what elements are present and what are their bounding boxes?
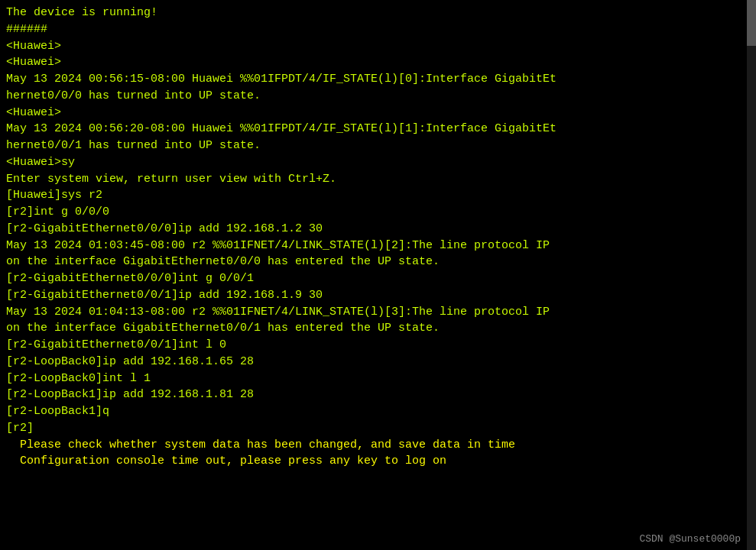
scrollbar-thumb[interactable] xyxy=(747,0,756,46)
watermark: CSDN @Sunset0000p xyxy=(639,532,741,547)
line-30: Configuration console time out, please p… xyxy=(6,453,741,470)
line-4: <Huawei> xyxy=(6,54,741,71)
line-9: hernet0/0/1 has turned into UP state. xyxy=(6,138,741,154)
line-28: Please check whether system data has bee… xyxy=(6,437,741,454)
scrollbar[interactable] xyxy=(747,0,756,550)
line-2: ###### xyxy=(6,21,741,38)
terminal-content: The device is running!######<Huawei><Hua… xyxy=(0,0,747,550)
line-5: May 13 2024 00:56:15-08:00 Huawei %%01IF… xyxy=(6,71,741,88)
line-26: [r2] xyxy=(6,420,741,437)
line-13: [r2]int g 0/0/0 xyxy=(6,204,741,221)
line-14: [r2-GigabitEthernet0/0/0]ip add 192.168.… xyxy=(6,221,741,238)
line-17: [r2-GigabitEthernet0/0/0]int g 0/0/1 xyxy=(6,270,741,287)
line-25: [r2-LoopBack1]q xyxy=(6,403,741,420)
line-11: Enter system view, return user view with… xyxy=(6,171,741,188)
line-12: [Huawei]sys r2 xyxy=(6,187,741,204)
line-10: <Huawei>sy xyxy=(6,154,741,171)
line-24: [r2-LoopBack1]ip add 192.168.1.81 28 xyxy=(6,387,741,403)
line-21: [r2-GigabitEthernet0/0/1]int l 0 xyxy=(6,337,741,354)
terminal-window[interactable]: The device is running!######<Huawei><Hua… xyxy=(0,0,756,550)
line-18: [r2-GigabitEthernet0/0/1]ip add 192.168.… xyxy=(6,287,741,304)
line-6: hernet0/0/0 has turned into UP state. xyxy=(6,88,741,105)
line-15: May 13 2024 01:03:45-08:00 r2 %%01IFNET/… xyxy=(6,238,741,254)
line-1: The device is running! xyxy=(6,5,741,21)
line-19: May 13 2024 01:04:13-08:00 r2 %%01IFNET/… xyxy=(6,304,741,321)
line-16: on the interface GigabitEthernet0/0/0 ha… xyxy=(6,254,741,270)
line-22: [r2-LoopBack0]ip add 192.168.1.65 28 xyxy=(6,354,741,370)
line-3: <Huawei> xyxy=(6,38,741,55)
line-23: [r2-LoopBack0]int l 1 xyxy=(6,370,741,387)
line-7: <Huawei> xyxy=(6,105,741,121)
line-20: on the interface GigabitEthernet0/0/1 ha… xyxy=(6,320,741,337)
line-8: May 13 2024 00:56:20-08:00 Huawei %%01IF… xyxy=(6,121,741,138)
